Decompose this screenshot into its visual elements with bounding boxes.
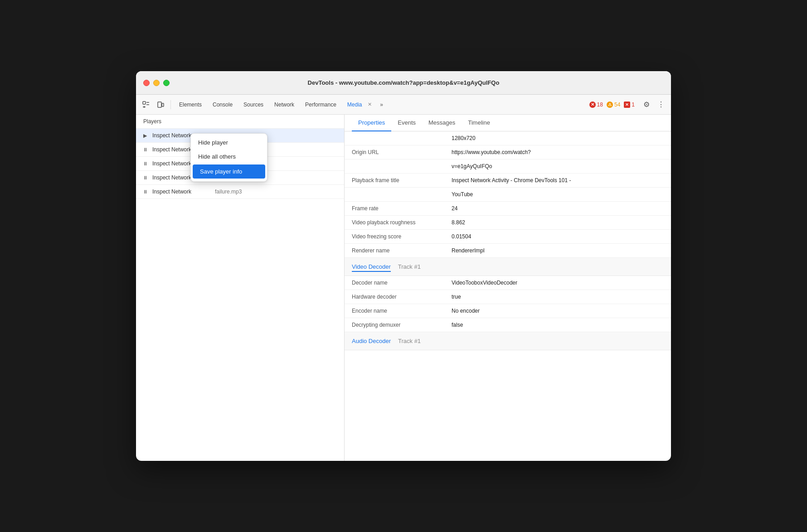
close-button[interactable] — [143, 80, 150, 86]
prop-value: 1280x720 — [452, 135, 664, 141]
prop-row-resolution: 1280x720 — [345, 131, 671, 145]
inspect-element-icon[interactable] — [140, 98, 152, 111]
traffic-lights — [143, 80, 170, 86]
track1-tab[interactable]: Track #1 — [398, 261, 421, 272]
player-pause-icon: ⏸ — [141, 175, 149, 180]
prop-name: Frame rate — [352, 205, 452, 212]
prop-name: Video freezing score — [352, 233, 452, 240]
player-row[interactable]: ⏸ Inspect Network failure.mp3 — [136, 185, 344, 199]
player-pause-icon: ⏸ — [141, 189, 149, 194]
context-menu-hide-all-others[interactable]: Hide all others — [191, 150, 267, 164]
prop-name: Encoder name — [352, 308, 452, 314]
player-play-icon: ▶ — [141, 133, 149, 139]
more-options-icon[interactable]: ⋮ — [655, 98, 667, 111]
prop-name: Decoder name — [352, 280, 452, 286]
prop-value: 24 — [452, 205, 664, 212]
toolbar: Elements Console Sources Network Perform… — [136, 95, 671, 115]
prop-row-url-cont: v=e1gAyQuIFQo — [345, 160, 671, 174]
audio-track1-tab[interactable]: Track #1 — [398, 336, 421, 346]
player-pause-icon: ⏸ — [141, 161, 149, 166]
context-menu-save-player-info[interactable]: Save player info — [193, 164, 265, 179]
prop-value: v=e1gAyQuIFQo — [452, 163, 664, 169]
error-badges: ✕ 18 ⚠ 54 ✕ 1 — [589, 102, 635, 108]
tab-events[interactable]: Events — [391, 115, 422, 131]
player-id: failure.mp3 — [215, 189, 242, 195]
left-panel: Players ▶ Inspect Network e162ff94-f81c … — [136, 115, 345, 461]
prop-value: VideoTooboxVideoDecoder — [452, 280, 664, 286]
prop-value: https://www.youtube.com/watch? — [452, 149, 664, 155]
tab-messages[interactable]: Messages — [422, 115, 462, 131]
tab-media[interactable]: Media — [343, 100, 367, 110]
right-panel: Properties Events Messages Timeline 1280… — [345, 115, 671, 461]
info-badge[interactable]: ✕ 1 — [624, 102, 635, 108]
context-menu: Hide player Hide all others Save player … — [190, 133, 267, 182]
prop-name: Playback frame title — [352, 177, 452, 184]
player-row[interactable]: ▶ Inspect Network e162ff94-f81c Hide pla… — [136, 129, 344, 143]
properties-tabs: Properties Events Messages Timeline — [345, 115, 671, 131]
minimize-button[interactable] — [153, 80, 160, 86]
prop-row-freezing: Video freezing score 0.01504 — [345, 230, 671, 244]
svg-rect-5 — [158, 102, 161, 107]
player-list: ▶ Inspect Network e162ff94-f81c Hide pla… — [136, 129, 344, 461]
tab-performance[interactable]: Performance — [301, 100, 341, 110]
error-badge[interactable]: ✕ 18 — [589, 102, 603, 108]
video-decoder-tab[interactable]: Video Decoder — [352, 261, 391, 272]
prop-value: false — [452, 322, 664, 328]
prop-row-origin-url: Origin URL https://www.youtube.com/watch… — [345, 145, 671, 160]
prop-row-youtube: YouTube — [345, 188, 671, 202]
context-menu-hide-player[interactable]: Hide player — [191, 135, 267, 150]
devtools-window: DevTools - www.youtube.com/watch?app=des… — [136, 71, 671, 461]
prop-value: RendererImpl — [452, 247, 664, 254]
tab-sources[interactable]: Sources — [239, 100, 268, 110]
main-content: Players ▶ Inspect Network e162ff94-f81c … — [136, 115, 671, 461]
prop-name: Origin URL — [352, 149, 452, 155]
media-tab-close-icon[interactable]: ✕ — [366, 101, 374, 108]
tab-network[interactable]: Network — [270, 100, 299, 110]
video-decoder-section-header: Video Decoder Track #1 — [345, 258, 671, 276]
prop-value: YouTube — [452, 191, 664, 198]
svg-rect-6 — [162, 103, 164, 106]
tab-properties[interactable]: Properties — [352, 115, 391, 131]
toolbar-separator — [170, 100, 171, 109]
prop-row-decrypting: Decrypting demuxer false — [345, 318, 671, 332]
audio-decoder-tab[interactable]: Audio Decoder — [352, 336, 391, 346]
players-header: Players — [136, 115, 344, 129]
player-name: Inspect Network — [152, 189, 211, 195]
maximize-button[interactable] — [163, 80, 170, 86]
prop-value: No encoder — [452, 308, 664, 314]
prop-row-roughness: Video playback roughness 8.862 — [345, 216, 671, 230]
tab-elements[interactable]: Elements — [175, 100, 206, 110]
prop-row-framerate: Frame rate 24 — [345, 202, 671, 216]
prop-value: Inspect Network Activity - Chrome DevToo… — [452, 177, 664, 184]
svg-rect-0 — [143, 102, 146, 104]
prop-row-hw-decoder: Hardware decoder true — [345, 290, 671, 304]
prop-row-encoder-name: Encoder name No encoder — [345, 304, 671, 318]
prop-row-renderer: Renderer name RendererImpl — [345, 244, 671, 258]
warning-icon: ⚠ — [607, 102, 613, 108]
prop-value: 0.01504 — [452, 233, 664, 240]
prop-name: Renderer name — [352, 247, 452, 254]
tab-console[interactable]: Console — [208, 100, 237, 110]
titlebar: DevTools - www.youtube.com/watch?app=des… — [136, 71, 671, 95]
audio-decoder-section-header: Audio Decoder Track #1 — [345, 332, 671, 350]
prop-row-playback-frame: Playback frame title Inspect Network Act… — [345, 174, 671, 188]
window-title: DevTools - www.youtube.com/watch?app=des… — [308, 79, 500, 86]
prop-name: Video playback roughness — [352, 219, 452, 226]
properties-content: 1280x720 Origin URL https://www.youtube.… — [345, 131, 671, 461]
more-tabs-icon[interactable]: » — [375, 98, 388, 111]
prop-value: true — [452, 294, 664, 300]
settings-icon[interactable]: ⚙ — [640, 98, 653, 111]
error-icon: ✕ — [589, 102, 596, 108]
warning-badge[interactable]: ⚠ 54 — [607, 102, 620, 108]
tab-timeline[interactable]: Timeline — [462, 115, 496, 131]
prop-name: Hardware decoder — [352, 294, 452, 300]
prop-name: Decrypting demuxer — [352, 322, 452, 328]
device-toolbar-icon[interactable] — [154, 98, 167, 111]
prop-row-decoder-name: Decoder name VideoTooboxVideoDecoder — [345, 276, 671, 290]
prop-value: 8.862 — [452, 219, 664, 226]
info-icon: ✕ — [624, 102, 630, 108]
player-pause-icon: ⏸ — [141, 147, 149, 152]
